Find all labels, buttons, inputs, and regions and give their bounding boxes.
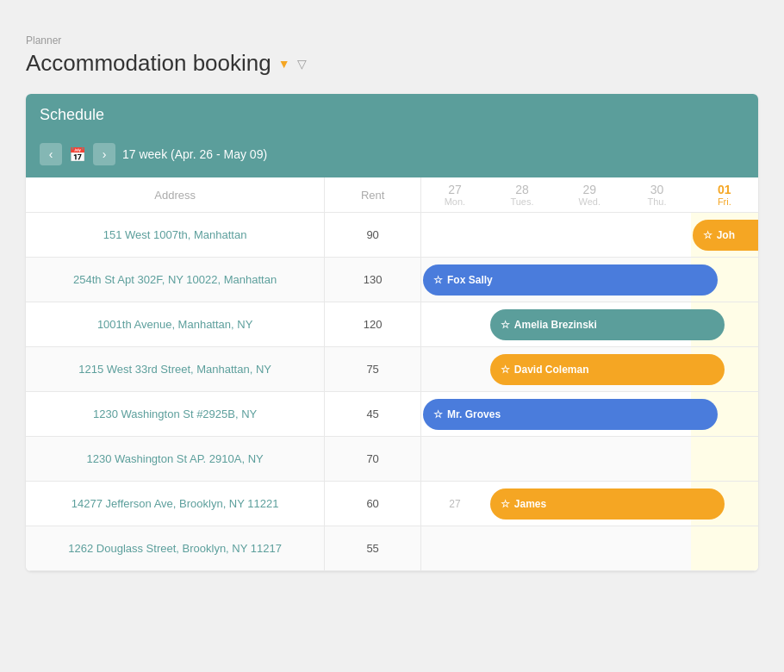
col-header-day-2: 29 Wed. bbox=[556, 177, 623, 213]
schedule-table: Address Rent 27 Mon. 28 Tues. 29 Wed. bbox=[26, 177, 758, 571]
day-cell-r7-c0 bbox=[421, 526, 488, 571]
breadcrumb: Planner bbox=[26, 34, 758, 47]
day-cell-r2-c0 bbox=[421, 302, 488, 347]
day-cell-r5-c3 bbox=[623, 437, 690, 482]
col-header-day-4: 01 Fri. bbox=[691, 177, 758, 213]
rent-cell-5: 70 bbox=[325, 437, 421, 482]
booking-star-icon: ☆ bbox=[433, 408, 443, 420]
day-cell-r7-c3 bbox=[623, 526, 690, 571]
day-cell-r3-c0 bbox=[421, 347, 488, 392]
day-cell-r1-c0: ☆Fox Sally bbox=[421, 258, 488, 302]
booking-bar-david-coleman[interactable]: ☆David Coleman bbox=[490, 354, 725, 385]
rent-cell-2: 120 bbox=[325, 302, 421, 347]
booking-star-icon: ☆ bbox=[501, 319, 510, 331]
rent-cell-7: 55 bbox=[325, 526, 421, 571]
booking-name: David Coleman bbox=[514, 364, 589, 376]
col-header-day-3: 30 Thu. bbox=[623, 177, 690, 213]
address-cell-3[interactable]: 1215 West 33rd Street, Manhattan, NY bbox=[26, 347, 325, 392]
booking-name: Joh bbox=[717, 229, 735, 241]
day-cell-r6-c0: 27 bbox=[421, 482, 488, 526]
address-cell-4[interactable]: 1230 Washington St #2925B, NY bbox=[26, 392, 325, 437]
col-header-day-1: 28 Tues. bbox=[488, 177, 556, 213]
schedule-nav: ‹ 📅 › 17 week (Apr. 26 - May 09) bbox=[26, 136, 758, 177]
day-cell-r4-c0: ☆Mr. Groves bbox=[421, 392, 488, 437]
rent-cell-0: 90 bbox=[325, 213, 421, 258]
day-cell-r7-c2 bbox=[556, 526, 623, 571]
calendar-icon[interactable]: 📅 bbox=[69, 146, 86, 163]
day-cell-r0-c0 bbox=[421, 213, 488, 258]
booking-bar-joh[interactable]: ☆Joh bbox=[693, 220, 758, 251]
title-filter-icon[interactable]: ▽ bbox=[297, 57, 307, 71]
day-cell-r5-c0 bbox=[421, 437, 488, 482]
booking-name: Fox Sally bbox=[447, 274, 493, 286]
booking-name: James bbox=[514, 498, 546, 510]
day-cell-r6-c1: ☆James bbox=[488, 482, 556, 526]
day-cell-r0-c3 bbox=[623, 213, 690, 258]
col-header-address: Address bbox=[26, 177, 325, 213]
booking-star-icon: ☆ bbox=[501, 498, 510, 510]
day-cell-r7-c1 bbox=[488, 526, 556, 571]
schedule-header: Schedule bbox=[26, 94, 758, 136]
booking-star-icon: ☆ bbox=[703, 229, 712, 241]
booking-name: Mr. Groves bbox=[447, 408, 501, 420]
booking-bar-james[interactable]: ☆James bbox=[490, 488, 725, 520]
day-cell-r0-c2 bbox=[556, 213, 623, 258]
rent-cell-6: 60 bbox=[325, 482, 421, 526]
schedule-table-wrapper: Address Rent 27 Mon. 28 Tues. 29 Wed. bbox=[26, 177, 758, 571]
rent-cell-1: 130 bbox=[325, 258, 421, 302]
address-cell-2[interactable]: 1001th Avenue, Manhattan, NY bbox=[26, 302, 325, 347]
booking-star-icon: ☆ bbox=[433, 274, 443, 286]
address-cell-7[interactable]: 1262 Douglass Street, Brooklyn, NY 11217 bbox=[26, 526, 325, 571]
booking-bar-fox-sally[interactable]: ☆Fox Sally bbox=[423, 264, 718, 296]
booking-bar-mr.-groves[interactable]: ☆Mr. Groves bbox=[423, 399, 718, 430]
week-label: 17 week (Apr. 26 - May 09) bbox=[122, 147, 267, 161]
schedule-container: Schedule ‹ 📅 › 17 week (Apr. 26 - May 09… bbox=[26, 94, 758, 571]
col-header-day-0: 27 Mon. bbox=[421, 177, 488, 213]
booking-bar-amelia-brezinski[interactable]: ☆Amelia Brezinski bbox=[490, 309, 725, 340]
address-cell-1[interactable]: 254th St Apt 302F, NY 10022, Manhattan bbox=[26, 258, 325, 302]
day-cell-r0-c1 bbox=[488, 213, 556, 258]
col-header-rent: Rent bbox=[325, 177, 421, 213]
prev-week-button[interactable]: ‹ bbox=[40, 143, 62, 165]
day-cell-r5-c2 bbox=[556, 437, 623, 482]
day-cell-r2-c1: ☆Amelia Brezinski bbox=[488, 302, 556, 347]
next-week-button[interactable]: › bbox=[93, 143, 115, 165]
day-cell-r5-c4 bbox=[691, 437, 758, 482]
day-cell-r7-c4 bbox=[691, 526, 758, 571]
rent-cell-4: 45 bbox=[325, 392, 421, 437]
day-cell-r5-c1 bbox=[488, 437, 556, 482]
address-cell-0[interactable]: 151 West 1007th, Manhattan bbox=[26, 213, 325, 258]
booking-star-icon: ☆ bbox=[501, 364, 510, 376]
day-cell-r0-c4: ☆Joh bbox=[691, 213, 758, 258]
day-cell-r3-c1: ☆David Coleman bbox=[488, 347, 556, 392]
address-cell-5[interactable]: 1230 Washington St AP. 2910A, NY bbox=[26, 437, 325, 482]
page-title: Accommodation booking bbox=[26, 50, 271, 77]
address-cell-6[interactable]: 14277 Jefferson Ave, Brooklyn, NY 11221 bbox=[26, 482, 325, 526]
rent-cell-3: 75 bbox=[325, 347, 421, 392]
title-dropdown-icon[interactable]: ▼ bbox=[278, 57, 290, 71]
booking-name: Amelia Brezinski bbox=[514, 319, 597, 331]
